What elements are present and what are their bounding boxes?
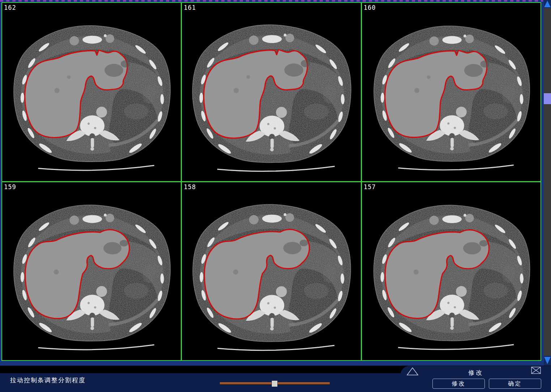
ct-image: [182, 182, 360, 361]
hint-text: 拉动控制条调整分割程度: [10, 376, 86, 384]
bottom-bar: 拉动控制条调整分割程度 修改 修改 确定: [0, 366, 551, 392]
scroll-down-button[interactable]: [544, 356, 551, 365]
window-left-border: [0, 0, 1, 361]
window-top-border: [0, 0, 551, 2]
slider-thumb[interactable]: [272, 381, 277, 387]
slice-number-label: 159: [4, 183, 16, 191]
envelope-icon[interactable]: [531, 367, 541, 374]
ct-slice-cell-159[interactable]: 159: [2, 182, 181, 361]
triangle-down-icon: [544, 356, 551, 365]
ct-slice-cell-162[interactable]: 162: [2, 3, 181, 181]
modify-button[interactable]: 修改: [432, 379, 485, 389]
scrollbar-track[interactable]: [544, 8, 551, 356]
ct-slice-cell-161[interactable]: 161: [182, 3, 360, 181]
divider-strip: [0, 361, 544, 366]
slice-number-label: 158: [184, 183, 196, 191]
slice-number-label: 162: [4, 4, 16, 11]
confirm-button[interactable]: 确定: [489, 379, 541, 389]
ct-image: [362, 182, 541, 361]
slice-number-label: 157: [364, 183, 376, 191]
scroll-up-button[interactable]: [544, 0, 551, 8]
ct-slice-cell-158[interactable]: 158: [182, 182, 360, 361]
panel-title: 修改: [401, 368, 551, 377]
ct-image: [182, 3, 360, 181]
triangle-up-icon: [544, 0, 551, 8]
segmentation-slider: [219, 380, 330, 387]
ct-image: [2, 3, 181, 181]
ct-slice-cell-160[interactable]: 160: [362, 3, 541, 181]
ct-image: [362, 3, 541, 181]
vertical-scrollbar: [544, 0, 551, 365]
slice-number-label: 161: [184, 4, 196, 11]
focus-dashes: [0, 0, 543, 1]
scrollbar-thumb[interactable]: [544, 93, 551, 104]
modify-panel: 修改 修改 确定: [401, 366, 551, 392]
slice-number-label: 160: [364, 4, 376, 11]
app-window: 162 161 160 159 158: [0, 0, 551, 392]
ct-image: [2, 182, 181, 361]
slice-grid: 162 161 160 159 158: [1, 2, 541, 361]
ct-slice-cell-157[interactable]: 157: [362, 182, 541, 361]
